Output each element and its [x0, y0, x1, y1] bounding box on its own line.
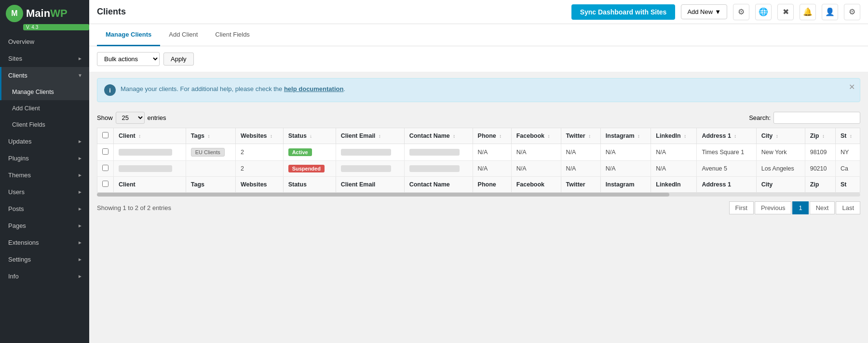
- settings-icon-btn[interactable]: ⚙: [844, 4, 860, 20]
- last-page-button[interactable]: Last: [836, 201, 860, 214]
- logo[interactable]: M MainWP: [0, 0, 89, 24]
- sort-icon: ↕: [637, 133, 640, 139]
- sync-dashboard-button[interactable]: Sync Dashboard with Sites: [571, 4, 676, 20]
- info-banner-text: Manage your clients. For additional help…: [121, 84, 345, 94]
- apply-button[interactable]: Apply: [163, 53, 194, 66]
- client-facebook-cell: N/A: [511, 144, 561, 161]
- table-scrollbar[interactable]: [97, 193, 860, 197]
- sidebar-item-pages[interactable]: Pages ►: [0, 217, 89, 234]
- select-all-header[interactable]: [97, 128, 114, 144]
- sidebar-item-client-fields[interactable]: Client Fields: [0, 117, 89, 133]
- current-page-button[interactable]: 1: [792, 201, 808, 214]
- client-twitter-cell: N/A: [561, 161, 600, 177]
- scrollbar-thumb[interactable]: [97, 193, 669, 197]
- sidebar-item-plugins[interactable]: Plugins ►: [0, 150, 89, 167]
- client-contact-cell[interactable]: [404, 161, 473, 177]
- first-page-button[interactable]: First: [729, 201, 754, 214]
- col-facebook[interactable]: Facebook ↕: [511, 128, 561, 144]
- client-email: [341, 165, 391, 172]
- search-input[interactable]: [773, 112, 860, 124]
- sidebar-item-info[interactable]: Info ►: [0, 268, 89, 285]
- next-page-button[interactable]: Next: [810, 201, 835, 214]
- chevron-right-icon: ►: [78, 240, 82, 245]
- sidebar-item-users[interactable]: Users ►: [0, 184, 89, 200]
- tab-client-fields[interactable]: Client Fields: [206, 24, 258, 46]
- col-instagram[interactable]: Instagram ↕: [600, 128, 651, 144]
- info-banner: i Manage your clients. For additional he…: [97, 78, 860, 102]
- col-contact[interactable]: Contact Name ↕: [404, 128, 473, 144]
- table-footer-row: Client Tags Websites Status Client Email…: [97, 177, 860, 193]
- col-status[interactable]: Status ↓: [283, 128, 336, 144]
- power-icon-btn[interactable]: ✖: [777, 4, 794, 20]
- bulk-actions-select[interactable]: Bulk actions: [97, 52, 160, 66]
- client-name-cell[interactable]: [114, 144, 186, 161]
- client-email-cell[interactable]: [336, 161, 404, 177]
- sort-icon: ↕: [822, 133, 825, 139]
- row-checkbox[interactable]: [102, 165, 108, 171]
- client-address1-cell: Times Square 1: [697, 144, 756, 161]
- gear-icon-btn[interactable]: ⚙: [733, 4, 749, 20]
- previous-page-button[interactable]: Previous: [755, 201, 792, 214]
- client-city-cell: Los Angeles: [756, 161, 805, 177]
- add-new-button[interactable]: Add New ▼: [681, 4, 727, 19]
- select-all-footer-checkbox[interactable]: [102, 181, 108, 187]
- close-banner-button[interactable]: ✕: [849, 82, 855, 92]
- globe-icon-btn[interactable]: 🌐: [755, 4, 772, 20]
- sidebar-item-clients[interactable]: Clients ▼: [0, 67, 89, 84]
- col-zip[interactable]: Zip ↕: [805, 128, 835, 144]
- col-tags[interactable]: Tags ↕: [186, 128, 235, 144]
- col-twitter[interactable]: Twitter ↕: [561, 128, 600, 144]
- client-name-cell[interactable]: [114, 161, 186, 177]
- sidebar-item-posts[interactable]: Posts ►: [0, 200, 89, 217]
- sidebar-item-sites[interactable]: Sites ►: [0, 50, 89, 67]
- col-state-footer: St: [835, 177, 860, 193]
- bell-icon-btn[interactable]: 🔔: [800, 4, 816, 20]
- chevron-down-icon: ▼: [78, 73, 82, 78]
- client-websites-cell[interactable]: 2: [235, 144, 283, 161]
- chevron-right-icon: ►: [78, 139, 82, 144]
- col-phone[interactable]: Phone ↕: [473, 128, 511, 144]
- tab-add-client[interactable]: Add Client: [160, 24, 206, 46]
- sidebar-item-updates[interactable]: Updates ►: [0, 133, 89, 150]
- col-state[interactable]: St ↕: [835, 128, 860, 144]
- tab-manage-clients[interactable]: Manage Clients: [97, 24, 160, 46]
- sidebar-item-label: Add Client: [12, 105, 40, 112]
- row-checkbox-cell[interactable]: [97, 144, 114, 161]
- entries-per-page-select[interactable]: 10 25 50 100: [116, 112, 145, 124]
- sidebar-item-extensions[interactable]: Extensions ►: [0, 234, 89, 251]
- client-websites-cell[interactable]: 2: [235, 161, 283, 177]
- row-checkbox[interactable]: [102, 148, 108, 155]
- clients-table: Client ↕ Tags ↕ Websites ↕ Status ↓ Clie…: [97, 128, 860, 193]
- tag-badge[interactable]: EU Clients: [191, 148, 225, 157]
- col-email[interactable]: Client Email ↕: [336, 128, 404, 144]
- help-documentation-link[interactable]: help documentation: [284, 85, 344, 92]
- entries-label: entries: [148, 114, 166, 121]
- table-row: 2 Suspended N/A N/A N/A N/A N/A Avenue 5: [97, 161, 860, 177]
- dropdown-arrow-icon: ▼: [715, 8, 721, 15]
- client-zip-cell: 90210: [805, 161, 835, 177]
- sidebar-item-label: Pages: [8, 222, 26, 229]
- sort-icon: ↕: [499, 133, 502, 139]
- user-icon-btn[interactable]: 👤: [822, 4, 838, 20]
- client-contact-cell[interactable]: [404, 144, 473, 161]
- sidebar-item-add-client[interactable]: Add Client: [0, 100, 89, 117]
- col-linkedin[interactable]: LinkedIn ↕: [651, 128, 697, 144]
- sidebar-item-themes[interactable]: Themes ►: [0, 167, 89, 184]
- col-contact-footer: Contact Name: [404, 177, 473, 193]
- sidebar-item-label: Extensions: [8, 239, 39, 246]
- select-all-footer[interactable]: [97, 177, 114, 193]
- sidebar-item-settings[interactable]: Settings ►: [0, 251, 89, 268]
- table-row: EU Clients 2 Active N/A N/A N/A N/A N/A: [97, 144, 860, 161]
- col-address1[interactable]: Address 1 ↕: [697, 128, 756, 144]
- client-name: [119, 149, 172, 156]
- select-all-checkbox[interactable]: [102, 132, 108, 138]
- col-email-footer: Client Email: [336, 177, 404, 193]
- row-checkbox-cell[interactable]: [97, 161, 114, 177]
- col-city[interactable]: City ↕: [756, 128, 805, 144]
- col-client[interactable]: Client ↕: [114, 128, 186, 144]
- client-email-cell[interactable]: [336, 144, 404, 161]
- col-websites[interactable]: Websites ↕: [235, 128, 283, 144]
- sidebar-item-overview[interactable]: Overview: [0, 33, 89, 50]
- client-status-cell: Suspended: [283, 161, 336, 177]
- sidebar-item-manage-clients[interactable]: Manage Clients: [0, 84, 89, 100]
